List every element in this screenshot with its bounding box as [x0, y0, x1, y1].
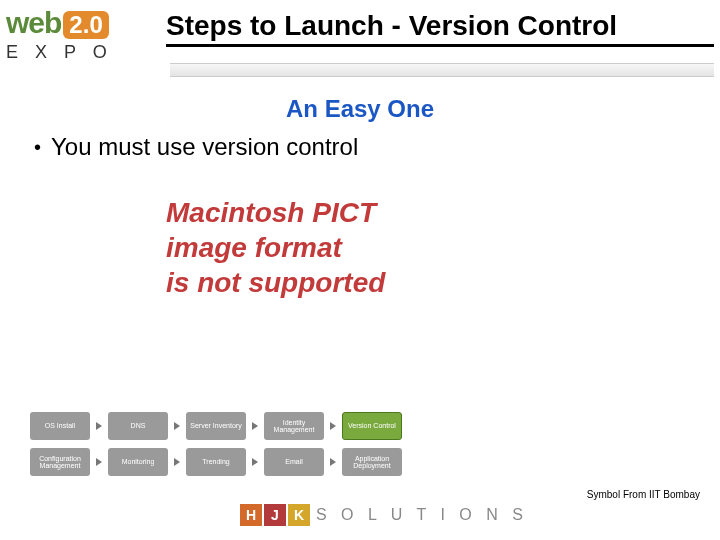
bullet-item: • You must use version control — [30, 133, 690, 161]
logo-web: web — [6, 6, 61, 40]
arrow-right-icon — [330, 458, 336, 466]
hjk-h: H — [240, 504, 262, 526]
arrow-right-icon — [96, 458, 102, 466]
flow-row-2: Configuration Management Monitoring Tren… — [30, 448, 402, 476]
flow-box: Server Inventory — [186, 412, 246, 440]
pict-line-3: is not supported — [166, 265, 690, 300]
pict-error-message: Macintosh PICT image format is not suppo… — [166, 195, 690, 300]
arrow-right-icon — [252, 458, 258, 466]
slide-title: Steps to Launch - Version Control — [166, 6, 714, 47]
logo-expo: E X P O — [6, 42, 166, 63]
arrow-right-icon — [174, 458, 180, 466]
flow-box-active: Version Control — [342, 412, 402, 440]
subtitle: An Easy One — [30, 95, 690, 123]
bullet-dot-icon: • — [30, 133, 41, 161]
solutions-text: S O L U T I O N S — [316, 506, 528, 524]
web20expo-logo: web 2.0 E X P O — [6, 6, 166, 63]
arrow-right-icon — [174, 422, 180, 430]
header-divider — [170, 63, 714, 77]
flow-box: DNS — [108, 412, 168, 440]
hjk-k: K — [288, 504, 310, 526]
flow-box: Email — [264, 448, 324, 476]
process-flow-diagram: OS Install DNS Server Inventory Identity… — [30, 412, 402, 476]
hjk-solutions-logo: H J K S O L U T I O N S — [240, 504, 528, 526]
flow-box: Application Deployment — [342, 448, 402, 476]
bullet-text: You must use version control — [51, 133, 358, 161]
flow-box: Identity Management — [264, 412, 324, 440]
arrow-right-icon — [330, 422, 336, 430]
arrow-right-icon — [96, 422, 102, 430]
attribution-text: Symbol From IIT Bombay — [587, 489, 700, 500]
pict-line-1: Macintosh PICT — [166, 195, 690, 230]
flow-box: Configuration Management — [30, 448, 90, 476]
pict-line-2: image format — [166, 230, 690, 265]
hjk-j: J — [264, 504, 286, 526]
flow-row-1: OS Install DNS Server Inventory Identity… — [30, 412, 402, 440]
logo-20: 2.0 — [63, 11, 108, 39]
arrow-right-icon — [252, 422, 258, 430]
hjk-blocks: H J K — [240, 504, 310, 526]
flow-box: Trending — [186, 448, 246, 476]
flow-box: OS Install — [30, 412, 90, 440]
flow-box: Monitoring — [108, 448, 168, 476]
